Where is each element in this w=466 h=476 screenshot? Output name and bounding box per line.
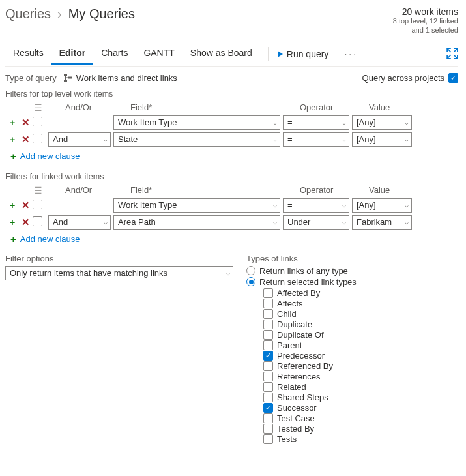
value-select[interactable]: Fabrikam⌵ [352, 215, 412, 230]
col-value: Value [366, 102, 429, 112]
link-type-item: Successor [263, 403, 458, 413]
add-row-button[interactable]: + [7, 117, 18, 128]
link-type-checkbox[interactable] [263, 330, 273, 340]
plus-icon: + [10, 151, 16, 162]
tab-gantt[interactable]: GANTT [136, 44, 182, 65]
row-checkbox[interactable] [33, 216, 42, 226]
col-field: Field* [128, 102, 297, 112]
summary-detail-2: and 1 selected [393, 26, 458, 35]
link-type-item: Test Case [263, 413, 458, 423]
type-of-query-value[interactable]: Work items and direct links [63, 73, 177, 83]
chevron-down-icon: ⌵ [226, 269, 230, 276]
add-row-button[interactable]: + [7, 216, 18, 228]
radio-any-type[interactable] [246, 266, 255, 275]
col-field: Field* [128, 185, 297, 195]
chevron-down-icon: ⌵ [405, 201, 409, 209]
col-value: Value [366, 185, 429, 195]
link-type-item: Parent [263, 340, 458, 350]
link-type-checkbox[interactable] [263, 320, 273, 329]
chevron-down-icon: ⌵ [342, 119, 346, 126]
tab-results[interactable]: Results [5, 44, 51, 65]
link-type-checkbox[interactable] [263, 424, 273, 434]
radio-any-label: Return links of any type [259, 266, 348, 276]
add-clause-label: Add new clause [20, 234, 80, 244]
link-type-label: Related [277, 382, 306, 392]
link-type-label: Affects [277, 299, 303, 308]
list-icon: ☰ [31, 185, 47, 196]
work-items-summary: 20 work items 8 top level, 12 linked and… [393, 7, 458, 35]
operator-select[interactable]: =⌵ [283, 132, 349, 147]
link-type-checkbox[interactable] [263, 393, 273, 402]
delete-row-button[interactable]: ✕ [20, 134, 31, 145]
delete-row-button[interactable]: ✕ [20, 216, 31, 228]
chevron-right-icon: › [57, 7, 62, 22]
add-clause-top[interactable]: + Add new clause [10, 151, 80, 162]
value-select[interactable]: [Any]⌵ [352, 198, 412, 213]
link-type-checkbox[interactable] [263, 309, 273, 319]
link-type-label: Successor [277, 403, 317, 413]
add-clause-label: Add new clause [20, 151, 80, 161]
row-checkbox[interactable] [33, 200, 42, 209]
list-icon: ☰ [31, 102, 47, 113]
operator-select[interactable]: =⌵ [283, 198, 349, 213]
operator-select[interactable]: =⌵ [283, 115, 349, 130]
type-of-query-text: Work items and direct links [76, 73, 177, 83]
delete-row-button[interactable]: ✕ [20, 117, 31, 128]
link-type-label: Affected By [277, 288, 320, 298]
link-type-label: Duplicate [277, 320, 312, 329]
row-checkbox[interactable] [33, 134, 42, 143]
link-type-checkbox[interactable] [263, 382, 273, 392]
link-type-label: Tested By [277, 424, 314, 434]
operator-select[interactable]: Under⌵ [283, 215, 349, 230]
col-andor: And/Or [63, 185, 128, 195]
link-type-item: Referenced By [263, 361, 458, 371]
field-select[interactable]: State⌵ [113, 132, 280, 147]
link-type-item: Predecessor [263, 351, 458, 361]
add-row-button[interactable]: + [7, 200, 18, 211]
tab-editor[interactable]: Editor [51, 44, 93, 65]
link-type-label: Shared Steps [277, 393, 328, 402]
tab-show-as-board[interactable]: Show as Board [182, 44, 260, 65]
breadcrumb-current[interactable]: My Queries [68, 7, 135, 22]
breadcrumb-parent[interactable]: Queries [5, 7, 51, 22]
link-type-item: Affected By [263, 288, 458, 298]
link-type-checkbox[interactable] [263, 351, 273, 361]
value-select[interactable]: [Any]⌵ [352, 115, 412, 130]
row-checkbox[interactable] [33, 117, 42, 126]
link-type-checkbox[interactable] [263, 288, 273, 298]
type-of-query-label: Type of query [5, 73, 57, 83]
chevron-down-icon: ⌵ [342, 201, 346, 209]
filter-options-label: Filter options [5, 254, 233, 263]
radio-selected-types[interactable] [246, 277, 255, 286]
link-type-checkbox[interactable] [263, 434, 273, 444]
andor-select[interactable]: And⌵ [48, 132, 111, 147]
run-query-button[interactable]: Run query [276, 46, 330, 62]
link-type-checkbox[interactable] [263, 413, 273, 423]
add-clause-linked[interactable]: + Add new clause [10, 233, 80, 245]
link-type-checkbox[interactable] [263, 372, 273, 381]
expand-button[interactable] [446, 48, 458, 61]
link-type-checkbox[interactable] [263, 299, 273, 308]
value-select[interactable]: [Any]⌵ [352, 132, 412, 147]
link-type-checkbox[interactable] [263, 361, 273, 371]
filter-options-select[interactable]: Only return items that have matching lin… [5, 266, 233, 280]
more-actions-button[interactable]: ··· [342, 49, 360, 59]
filter-options-value: Only return items that have matching lin… [10, 268, 167, 278]
tab-charts[interactable]: Charts [93, 44, 136, 65]
query-across-projects-checkbox[interactable] [448, 73, 458, 83]
chevron-down-icon: ⌵ [342, 218, 346, 226]
field-select[interactable]: Area Path⌵ [113, 215, 280, 230]
plus-icon: + [10, 233, 16, 245]
chevron-down-icon: ⌵ [273, 136, 277, 143]
link-type-checkbox[interactable] [263, 340, 273, 350]
tab-bar: ResultsEditorChartsGANTTShow as Board Ru… [5, 43, 458, 67]
separator [268, 47, 269, 61]
field-select[interactable]: Work Item Type⌵ [113, 198, 280, 213]
delete-row-button[interactable]: ✕ [20, 200, 31, 211]
field-select[interactable]: Work Item Type⌵ [113, 115, 280, 130]
link-type-label: Parent [277, 340, 302, 350]
link-type-checkbox[interactable] [263, 403, 273, 413]
link-type-label: Tests [277, 434, 297, 444]
add-row-button[interactable]: + [7, 134, 18, 145]
andor-select[interactable]: And⌵ [48, 215, 111, 230]
